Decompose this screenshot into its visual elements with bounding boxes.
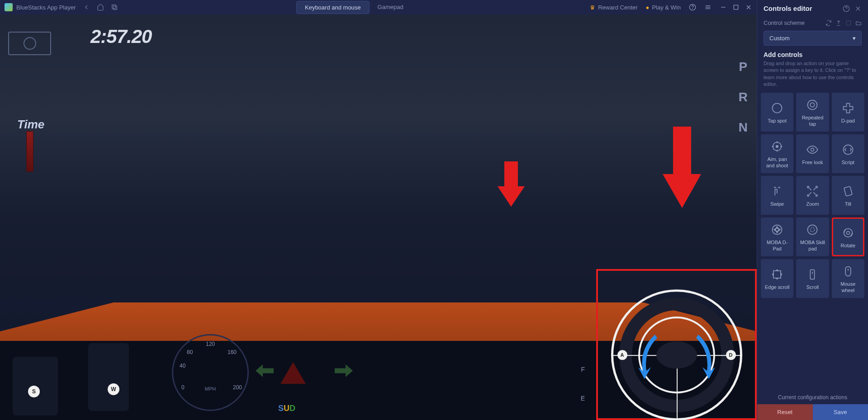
menu-icon[interactable] [704,4,711,11]
maximize-icon[interactable] [732,4,740,11]
svg-point-17 [808,100,817,110]
time-label: Time [17,118,44,132]
play-win-button[interactable]: ● Play & Win [646,4,681,11]
fuel-f: F [581,366,585,373]
svg-point-3 [693,9,693,9]
scheme-select[interactable]: Custom ▾ [764,31,862,46]
control-rotate[interactable]: Rotate [832,217,864,256]
add-controls-desc: Drag and drop an action on your game scr… [764,60,862,88]
key-marker-a[interactable]: A [617,350,627,360]
control-tap-spot[interactable]: Tap spot [761,93,793,132]
control-swipe[interactable]: Swipe [761,176,793,215]
control-label: Scroll [806,284,819,290]
control-aim-pan-shoot[interactable]: Aim, pan and shoot [761,134,793,173]
zoom-icon [805,184,820,198]
save-button[interactable]: Save [813,404,868,420]
svg-point-27 [807,186,809,188]
key-marker-d[interactable]: D [726,350,736,360]
control-moba-skill[interactable]: MOBA Skill pad [796,217,829,256]
play-win-label: Play & Win [652,4,681,11]
control-label: D-pad [841,118,855,124]
svg-rect-39 [811,269,815,279]
rotate-control-overlay[interactable]: A D [596,269,757,420]
turn-signal-left-icon [256,364,274,377]
crown-icon: ♛ [590,4,595,11]
reward-center-label: Reward Center [598,4,637,11]
swipe-icon [770,184,784,198]
control-scroll[interactable]: Scroll [796,259,829,298]
reward-center-button[interactable]: ♛ Reward Center [590,4,637,11]
control-script[interactable]: Script [832,134,864,173]
app-name: BlueStacks App Player [16,4,76,11]
control-label: Tap spot [768,118,787,124]
control-label: Free look [802,160,823,165]
svg-point-25 [811,148,814,151]
tab-gamepad[interactable]: Gamepad [370,1,412,14]
top-bar: BlueStacks App Player Keyboard and mouse… [0,0,757,14]
game-viewport[interactable]: 2:57.20 Time P R N S W 0 40 [0,14,757,420]
speed-tick-80: 80 [187,349,193,355]
right-bar-items: ♛ Reward Center ● Play & Win [590,4,752,11]
minimize-icon[interactable] [720,4,727,11]
gear-p: P [739,60,748,74]
control-free-look[interactable]: Free look [796,134,829,173]
control-label: MOBA Skill pad [798,240,827,251]
control-edge-scroll[interactable]: Edge scroll [761,259,793,298]
key-marker-s[interactable]: S [28,386,40,397]
recents-icon[interactable] [111,4,118,11]
scheme-folder-icon[interactable] [855,20,862,26]
steering-hub [656,341,697,368]
panel-help-icon[interactable] [843,5,850,12]
free-look-icon [805,142,820,157]
svg-point-18 [811,103,815,107]
control-tilt[interactable]: Tilt [832,176,864,215]
speed-tick-200: 200 [233,384,242,391]
speed-tick-160: 160 [228,349,237,355]
panel-close-icon[interactable] [854,5,862,12]
svg-point-34 [808,225,817,235]
add-controls-title: Add controls [764,51,862,58]
svg-rect-0 [112,5,115,9]
home-icon[interactable] [97,4,104,11]
speed-tick-40: 40 [180,363,185,369]
panel-header: Controls editor [757,0,868,17]
mouse-wheel-icon [841,264,855,278]
game-timer: 2:57.20 [90,26,152,47]
control-label: Edge scroll [765,284,789,290]
annotation-arrow-steering [495,161,527,207]
window-controls [720,4,752,11]
svg-point-24 [776,146,778,148]
control-label: Swipe [770,201,784,207]
annotation-arrow-rotate-card [660,127,703,208]
control-mouse-wheel[interactable]: Mouse wheel [832,259,864,298]
camera-button[interactable] [8,32,51,55]
svg-point-35 [811,228,815,232]
edge-scroll-icon [770,267,784,282]
scheme-export-icon[interactable] [835,20,842,26]
help-icon[interactable] [689,4,696,11]
tab-center: Keyboard and mouse Gamepad [125,1,583,14]
control-zoom[interactable]: Zoom [796,176,829,215]
speedometer: 0 40 80 120 160 200 MPH [172,334,249,411]
gear-n: N [739,120,748,135]
scheme-import-icon[interactable] [845,20,852,26]
svg-point-33 [776,228,779,231]
key-marker-w[interactable]: W [108,383,119,395]
svg-point-16 [773,103,782,113]
control-dpad[interactable]: D-pad [832,93,864,132]
control-moba-dpad[interactable]: MOBA D-Pad [761,217,793,256]
reset-button[interactable]: Reset [757,404,813,420]
speed-unit: MPH [205,386,216,392]
config-actions-label: Current configuration actions [757,391,868,404]
svg-rect-8 [734,5,738,9]
rotate-left-arrow-icon [635,331,662,381]
control-repeated-tap[interactable]: Repeated tap [796,93,829,132]
pedal-accelerator[interactable] [88,343,129,411]
svg-rect-43 [673,127,691,176]
scheme-sync-icon[interactable] [825,20,832,26]
moba-dpad-icon [770,222,784,237]
speed-tick-120: 120 [206,341,215,347]
close-icon[interactable] [745,4,752,11]
back-icon[interactable] [83,4,90,11]
tab-keyboard-mouse[interactable]: Keyboard and mouse [296,1,370,14]
